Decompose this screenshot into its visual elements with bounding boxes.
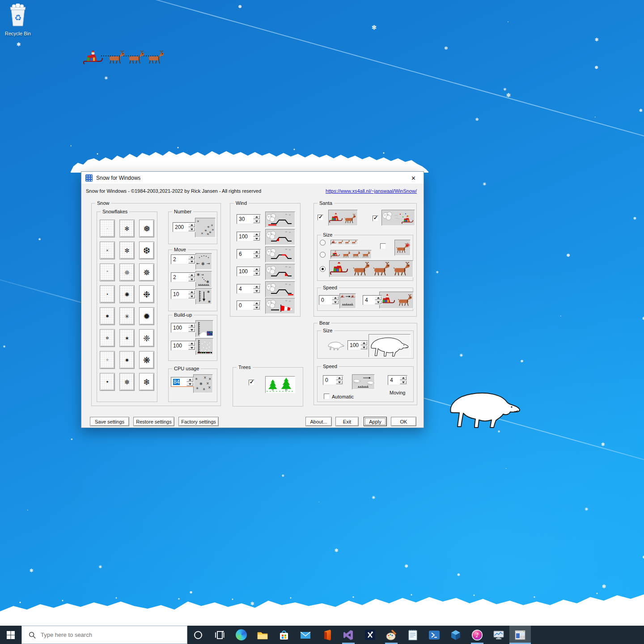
spin-up-button[interactable]	[332, 296, 339, 300]
spin-up-button[interactable]	[188, 324, 195, 328]
snowflake-style-button[interactable]: ✻	[119, 220, 135, 237]
start-button[interactable]	[0, 626, 21, 644]
spin-up-button[interactable]	[188, 342, 195, 346]
wind-spinner-4[interactable]: 100	[237, 267, 261, 276]
spin-down-button[interactable]	[253, 254, 260, 258]
snowflake-style-button[interactable]: ❊	[119, 263, 135, 281]
snowflake-style-button[interactable]: ×	[100, 242, 115, 259]
wind-spinner-2[interactable]: 100	[237, 232, 261, 242]
spin-up-button[interactable]	[336, 376, 343, 380]
bear-speed-spinner[interactable]: 0	[323, 375, 343, 385]
spin-down-button[interactable]	[253, 306, 260, 310]
snowflake-style-button[interactable]: ✲	[100, 329, 115, 347]
spin-down-button[interactable]	[332, 301, 339, 305]
title-bar[interactable]: Snow for Windows ✕	[81, 172, 424, 184]
close-button[interactable]: ✕	[403, 172, 424, 184]
spin-up-button[interactable]	[253, 301, 260, 305]
spin-down-button[interactable]	[400, 381, 407, 385]
factory-settings-button[interactable]: Factory settings	[178, 417, 219, 426]
rudolph-checkbox[interactable]	[380, 243, 386, 249]
about-button[interactable]: About...	[305, 417, 332, 426]
snowflake-style-button[interactable]: ✦	[100, 373, 115, 391]
number-spinner[interactable]: 200	[173, 222, 196, 232]
snowflake-style-button[interactable]: ❉	[139, 285, 154, 303]
spin-down-button[interactable]	[253, 220, 260, 224]
snowflake-style-button[interactable]: ✧	[100, 351, 115, 369]
trees-enabled-checkbox[interactable]	[249, 380, 254, 386]
spin-down-button[interactable]	[253, 237, 260, 241]
recycle-bin[interactable]: ♻ Recycle Bin	[4, 4, 32, 36]
santa-enabled-checkbox[interactable]	[318, 215, 323, 220]
snowflake-style-button[interactable]: •	[100, 285, 115, 303]
snowflake-style-button[interactable]: ✼	[119, 242, 135, 259]
santa-speed-spinner[interactable]: 0	[319, 295, 339, 305]
ok-button[interactable]: OK	[391, 417, 416, 426]
spin-down-button[interactable]	[188, 278, 195, 282]
wind-spinner-6[interactable]: 0	[237, 301, 261, 310]
move-horizontal-spinner[interactable]: 2	[171, 254, 196, 264]
spin-up-button[interactable]	[253, 233, 260, 237]
snowflake-style-button[interactable]: ❋	[139, 351, 154, 369]
exit-button[interactable]: Exit	[335, 417, 359, 426]
spin-down-button[interactable]	[253, 272, 260, 276]
santa-moving-spinner[interactable]: 4	[363, 295, 382, 305]
spin-up-button[interactable]	[253, 267, 260, 271]
wind-spinner-1[interactable]: 30	[237, 214, 261, 224]
snowflake-style-button[interactable]: ❅	[139, 220, 154, 237]
taskbar-icon-mail[interactable]	[295, 626, 316, 644]
taskbar-icon-blend[interactable]	[359, 626, 381, 644]
bear-size-spinner[interactable]: 100	[347, 340, 368, 350]
spin-down-button[interactable]	[375, 301, 381, 305]
santa-size-medium-radio[interactable]	[320, 252, 326, 258]
taskbar-icon-task-view[interactable]	[209, 626, 230, 644]
save-settings-button[interactable]: Save settings	[90, 417, 129, 426]
taskbar-icon-visual-studio[interactable]	[338, 626, 359, 644]
snowflake-style-button[interactable]: ·	[100, 220, 115, 237]
taskbar-icon-powershell[interactable]	[424, 626, 445, 644]
wind-spinner-5[interactable]: 4	[237, 284, 261, 294]
spin-down-button[interactable]	[188, 228, 195, 232]
snowflake-style-button[interactable]: ✳	[119, 307, 135, 325]
snowflake-style-button[interactable]: ✷	[119, 351, 135, 369]
spin-up-button[interactable]	[253, 250, 260, 254]
taskbar-icon-snow-for-windows[interactable]	[509, 626, 531, 644]
snowflake-style-button[interactable]: ❆	[139, 242, 154, 259]
wind-spinner-3[interactable]: 6	[237, 249, 261, 259]
spin-up-button[interactable]	[375, 296, 381, 300]
taskbar-icon-itunes[interactable]: ♪	[466, 626, 488, 644]
spin-down-button[interactable]	[336, 381, 343, 385]
spin-up-button[interactable]	[253, 215, 260, 219]
spin-up-button[interactable]	[188, 290, 195, 294]
spin-up-button[interactable]	[360, 341, 367, 345]
spin-down-button[interactable]	[188, 260, 195, 264]
move-fall-spinner[interactable]: 10	[171, 289, 196, 299]
snowflake-style-button[interactable]: ❄	[139, 373, 154, 391]
spin-up-button[interactable]	[188, 255, 195, 259]
snowflake-style-button[interactable]: °	[100, 263, 115, 281]
taskbar-icon-edge[interactable]	[230, 626, 252, 644]
snowflake-style-button[interactable]: ✹	[139, 307, 154, 325]
taskbar-icon-file-explorer[interactable]	[252, 626, 273, 644]
taskbar-search[interactable]	[21, 626, 187, 644]
bear-automatic-checkbox[interactable]	[324, 394, 330, 399]
bear-moving-spinner[interactable]: 4	[388, 375, 407, 385]
snowflake-style-button[interactable]: ✺	[119, 285, 135, 303]
restore-settings-button[interactable]: Restore settings	[133, 417, 174, 426]
spin-down-button[interactable]	[188, 295, 195, 299]
santa-size-small-radio[interactable]	[320, 240, 326, 246]
spin-up-button[interactable]	[253, 285, 260, 289]
spin-up-button[interactable]	[188, 273, 195, 277]
buildup-taskbar-spinner[interactable]: 100	[171, 341, 196, 351]
santa-blown-enabled-checkbox[interactable]	[373, 216, 378, 221]
taskbar-icon-microsoft-store[interactable]	[273, 626, 295, 644]
spin-up-button[interactable]	[186, 378, 193, 382]
spin-down-button[interactable]	[188, 346, 195, 350]
move-diagonal-spinner[interactable]: 2	[171, 272, 196, 282]
snowflake-style-button[interactable]: ✶	[119, 329, 135, 347]
spin-down-button[interactable]	[253, 289, 260, 293]
taskbar-icon-3d-builder[interactable]	[445, 626, 466, 644]
snowflake-style-button[interactable]: ❈	[139, 329, 154, 347]
apply-button[interactable]: Apply	[364, 417, 387, 426]
spin-down-button[interactable]	[186, 382, 193, 386]
spin-up-button[interactable]	[188, 223, 195, 227]
